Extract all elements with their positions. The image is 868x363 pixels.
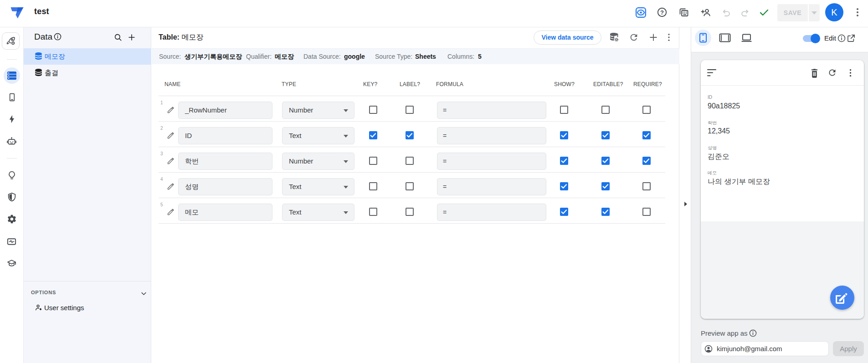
- svg-text:?: ?: [660, 9, 664, 16]
